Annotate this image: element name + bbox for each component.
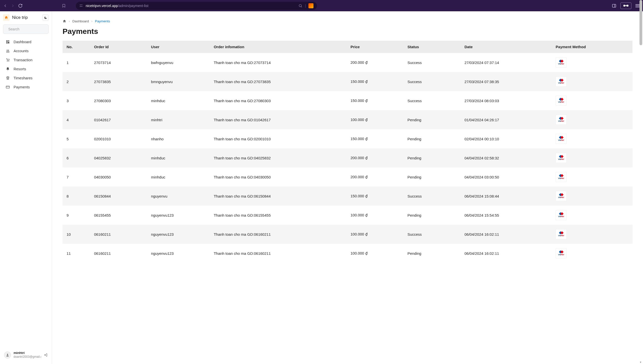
sidepanel-icon[interactable]: [612, 4, 616, 8]
table-head: No. Order Id User Order infomation Price…: [63, 41, 632, 53]
avatar[interactable]: [4, 351, 11, 358]
vnpay-logo-icon: [559, 136, 563, 139]
cell-method: VNPAY: [553, 244, 632, 263]
table-row[interactable]: 5 02001010 nhanho Thanh toan cho ma GD:0…: [63, 129, 632, 148]
table-row[interactable]: 9 06155455 nguyenvu123 Thanh toan cho ma…: [63, 206, 632, 225]
table-row[interactable]: 11 06160211 nguyenvu123 Thanh toan cho m…: [63, 244, 632, 263]
back-button[interactable]: [3, 4, 8, 8]
cell-no: 11: [63, 244, 91, 263]
cell-method: VNPAY: [553, 110, 632, 129]
cell-status: Success: [404, 72, 461, 91]
table-row[interactable]: 7 04030050 minhduc Thanh toan cho ma GD:…: [63, 167, 632, 187]
table-row[interactable]: 3 27080303 minhduc Thanh toan cho ma GD:…: [63, 91, 632, 110]
privacy-glasses-icon[interactable]: [620, 3, 631, 9]
cell-info: Thanh toan cho ma GD:04030050: [211, 167, 348, 187]
cell-status: Pending: [404, 148, 461, 167]
scroll-down-icon[interactable]: ▼: [639, 361, 642, 363]
cell-order-id: 02001010: [91, 129, 148, 148]
cell-status: Pending: [404, 206, 461, 225]
breadcrumb-payments[interactable]: Payments: [95, 19, 110, 23]
sidebar-item-accounts[interactable]: Accounts: [3, 47, 49, 55]
cell-user: minhduc: [148, 167, 211, 187]
cell-status: Pending: [404, 129, 461, 148]
vnpay-badge: VNPAY: [556, 248, 567, 258]
cell-info: Thanh toan cho ma GD:06155455: [211, 206, 348, 225]
cell-price: 200.000 ₫: [347, 53, 404, 72]
cell-status: Pending: [404, 167, 461, 187]
cell-price: 150.000 ₫: [347, 72, 404, 91]
sidebar-item-transaction[interactable]: Transaction: [3, 56, 49, 64]
svg-point-1: [80, 6, 80, 7]
cell-date: 06/04/2024 15:54:55: [461, 206, 553, 225]
cart-icon: [6, 58, 10, 62]
table-row[interactable]: 8 06150844 nguyenvu Thanh toan cho ma GD…: [63, 187, 632, 206]
card-icon: [6, 85, 10, 89]
cell-info: Thanh toan cho ma GD:04025832: [211, 148, 348, 167]
table-row[interactable]: 10 06160211 nguyenvu123 Thanh toan cho m…: [63, 225, 632, 244]
cell-info: Thanh toan cho ma GD:06160211: [211, 225, 348, 244]
svg-rect-13: [6, 40, 8, 42]
grid-icon: [6, 40, 10, 44]
svg-rect-8: [623, 5, 625, 7]
sidebar-item-resorts[interactable]: Resorts: [3, 65, 49, 73]
table-row[interactable]: 1 27073714 bwfnguyenvu Thanh toan cho ma…: [63, 53, 632, 72]
search-input[interactable]: [8, 27, 52, 31]
url-domain: nicetripvn.vercel.app: [86, 4, 118, 8]
forward-button[interactable]: [11, 4, 15, 8]
site-settings-icon[interactable]: [79, 4, 83, 8]
col-method: Payment Method: [553, 41, 632, 53]
theme-toggle[interactable]: [42, 14, 49, 21]
vnpay-logo-icon: [559, 60, 563, 62]
search-box[interactable]: [3, 24, 49, 34]
sidebar-item-dashboard[interactable]: Dashboard: [3, 38, 49, 46]
table-row[interactable]: 6 04025832 minhduc Thanh toan cho ma GD:…: [63, 148, 632, 167]
col-date: Date: [461, 41, 553, 53]
cell-no: 6: [63, 148, 91, 167]
brave-shield-icon[interactable]: [308, 3, 313, 8]
vnpay-text: VNPAY: [558, 215, 564, 218]
table-row[interactable]: 4 01042617 minhtri Thanh toan cho ma GD:…: [63, 110, 632, 129]
svg-rect-6: [612, 4, 616, 7]
scrollbar[interactable]: ▲ ▼: [638, 0, 643, 364]
cell-order-id: 27073714: [91, 53, 148, 72]
cell-date: 27/03/2024 07:38:35: [461, 72, 553, 91]
table-row[interactable]: 2 27073835 bmnguyenvu Thanh toan cho ma …: [63, 72, 632, 91]
nav-label: Dashboard: [14, 40, 31, 44]
vnpay-logo-icon: [559, 213, 563, 215]
sidebar-item-payments[interactable]: Payments: [3, 83, 49, 91]
cell-info: Thanh toan cho ma GD:27080303: [211, 91, 348, 110]
cell-user: minhtri: [148, 110, 211, 129]
url-path: /admin/payment-list: [118, 4, 148, 8]
cell-user: nguyenvu: [148, 187, 211, 206]
nav-label: Resorts: [14, 67, 26, 71]
svg-rect-21: [6, 86, 9, 88]
cell-no: 8: [63, 187, 91, 206]
url-bar[interactable]: nicetripvn.vercel.app/admin/payment-list…: [76, 2, 317, 10]
user-name: minhtri: [14, 351, 41, 355]
home-icon[interactable]: [63, 19, 66, 23]
cell-user: nguyenvu123: [148, 244, 211, 263]
bookmark-icon[interactable]: [62, 4, 66, 8]
cell-status: Success: [404, 225, 461, 244]
vnpay-text: VNPAY: [558, 196, 564, 199]
svg-point-17: [7, 50, 8, 51]
nav-list: Dashboard Accounts Transaction Resorts T…: [3, 38, 49, 91]
cell-user: nguyenvu123: [148, 206, 211, 225]
breadcrumb-dashboard[interactable]: Dashboard: [72, 19, 89, 23]
cell-date: 06/04/2024 15:08:44: [461, 187, 553, 206]
sidebar-item-timeshares[interactable]: Timeshares: [3, 74, 49, 82]
app-logo[interactable]: [3, 14, 10, 21]
search-icon[interactable]: [298, 4, 302, 8]
sidebar: Nice trip Dashboard Accounts Transaction: [0, 11, 52, 364]
scroll-thumb[interactable]: [639, 0, 642, 45]
vnpay-badge: VNPAY: [556, 229, 567, 239]
nav-label: Transaction: [14, 58, 32, 62]
reload-button[interactable]: [18, 4, 23, 8]
cell-date: 01/04/2024 04:26:17: [461, 110, 553, 129]
vnpay-badge: VNPAY: [556, 210, 567, 220]
vnpay-text: VNPAY: [558, 101, 564, 103]
logout-button[interactable]: [44, 353, 48, 357]
cell-price: 200.000 ₫: [347, 148, 404, 167]
cell-date: 27/03/2024 07:37:14: [461, 53, 553, 72]
main-content: › Dashboard › Payments Payments No. Orde…: [52, 11, 643, 364]
